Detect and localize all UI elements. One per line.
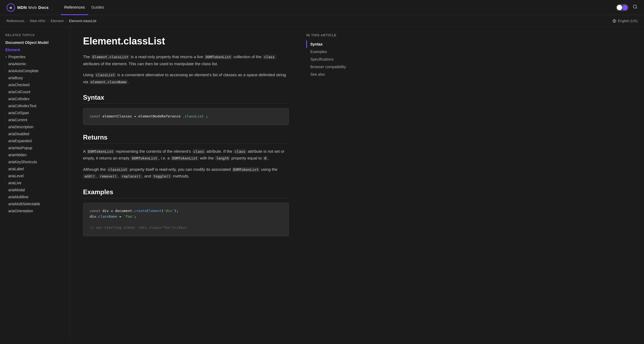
sidebar-item-19[interactable]: · ariaMultiline [0, 193, 70, 200]
breadcrumb-element[interactable]: Element [51, 19, 64, 23]
toc-item-syntax[interactable]: Syntax [306, 40, 357, 48]
returns-text-7: property equal to [230, 156, 263, 160]
collapse-icon: ▾ [5, 55, 7, 58]
page-title: Element.classList [83, 36, 289, 47]
returns-code-domtokenlist2: DOMTokenList [130, 156, 159, 161]
returns-code-length: length [215, 156, 230, 161]
sidebar: Related Topics Document Object Model Ele… [0, 27, 70, 341]
returns-paragraph-1: A DOMTokenList representing the contents… [83, 148, 289, 162]
sidebar-section-title: Related Topics [0, 31, 70, 39]
sidebar-item-7[interactable]: · ariaColSpan [0, 109, 70, 116]
search-icon [633, 4, 638, 9]
intro-code-class: class [263, 55, 276, 59]
returns-paragraph-2: Although the classList property itself i… [83, 166, 289, 180]
returns-heading: Returns [83, 134, 289, 144]
returns-code-class: class [192, 149, 205, 154]
header-left: M MDN Web Docs _ References Guides [6, 0, 107, 15]
sidebar-item-12[interactable]: · ariaHasPopup [0, 144, 70, 151]
syntax-code-block: const elementClasses = elementNodeRefere… [83, 108, 289, 125]
returns-text-3: attribute. If the [205, 149, 233, 154]
sidebar-properties-header[interactable]: ▾ Properties [0, 53, 70, 60]
breadcrumb-current: Element.classList [69, 19, 96, 23]
breadcrumb-web-apis[interactable]: Web APIs [30, 19, 45, 23]
intro-paragraph: The Element.classList is a read-only pro… [83, 53, 289, 67]
examples-code-block: const div = document.createElement('div'… [83, 203, 289, 236]
sidebar-item-1[interactable]: · ariaAutoComplete [0, 67, 70, 74]
sidebar-item-14[interactable]: · ariaKeyShortcuts [0, 158, 70, 165]
using-text-3: . [128, 79, 129, 84]
toc-panel: In this article Syntax Examples Specific… [302, 27, 361, 341]
returns-code-domtokenlist3: DOMTokenList [171, 156, 199, 161]
sidebar-item-13[interactable]: · ariaHidden [0, 151, 70, 158]
sidebar-item-9[interactable]: · ariaDescription [0, 123, 70, 130]
breadcrumb-references[interactable]: References [6, 19, 24, 23]
site-header: M MDN Web Docs _ References Guides [0, 0, 644, 15]
returns-text-2: representing the contents of the element… [115, 149, 192, 154]
returns-code-domtokenlist: DOMTokenList [87, 149, 115, 154]
although-text-1: Although the [83, 167, 107, 172]
sidebar-item-20[interactable]: · ariaMultiSelectable [0, 200, 70, 207]
examples-heading: Examples [83, 188, 289, 198]
returns-text-5: , i.e. a [159, 156, 171, 160]
toc-item-examples[interactable]: Examples [306, 48, 357, 55]
header-right [616, 4, 638, 11]
intro-code-classlist: Element.classList [91, 55, 130, 59]
theme-toggle-button[interactable] [616, 4, 628, 11]
using-paragraph: Using classList is a convenient alternat… [83, 71, 289, 85]
theme-dark-option [617, 5, 622, 10]
language-button[interactable]: English (US) [612, 19, 638, 23]
globe-icon [612, 19, 616, 23]
main-content: Element.classList The Element.classList … [70, 27, 302, 341]
sidebar-item-16[interactable]: · ariaLevel [0, 172, 70, 179]
intro-text-1: The [83, 54, 91, 59]
logo[interactable]: M MDN Web Docs _ [6, 3, 52, 12]
using-code-classlist: classList [95, 73, 116, 77]
sidebar-item-6[interactable]: · ariaColIndexText [0, 102, 70, 109]
sidebar-item-5[interactable]: · ariaColIndex [0, 95, 70, 102]
main-nav: References Guides [61, 0, 107, 15]
returns-text-8: . [268, 156, 269, 160]
returns-code-zero: 0 [263, 156, 268, 161]
sidebar-item-11[interactable]: · ariaExpanded [0, 137, 70, 144]
sidebar-item-2[interactable]: · ariaBusy [0, 74, 70, 81]
sidebar-item-element[interactable]: Element [0, 46, 70, 53]
sidebar-item-3[interactable]: · ariaChecked [0, 81, 70, 88]
properties-label: Properties [8, 55, 26, 59]
sidebar-item-15[interactable]: · ariaLabel [0, 165, 70, 172]
sidebar-item-0[interactable]: · ariaAtomic [0, 60, 70, 67]
search-button[interactable] [633, 4, 638, 11]
toc-item-browser-compat[interactable]: Browser compatibility [306, 63, 357, 71]
intro-text-2: is a read-only property that returns a l… [130, 54, 204, 59]
although-text-7: methods. [172, 174, 190, 178]
although-code-domtokenlist: DOMTokenList [232, 167, 260, 172]
although-code-replace: replace() [120, 174, 142, 179]
sidebar-item-17[interactable]: · ariaLive [0, 179, 70, 186]
intro-text-4: attributes of the element. This can then… [83, 61, 218, 66]
toc-item-see-also[interactable]: See also [306, 71, 357, 78]
sidebar-item-21[interactable]: · ariaOrientation [0, 207, 70, 214]
svg-point-2 [633, 5, 636, 8]
sidebar-item-4[interactable]: · ariaColCount [0, 88, 70, 95]
although-text-3: using the [260, 167, 277, 172]
although-code-add: add() [83, 174, 96, 179]
using-text-1: Using [83, 72, 95, 77]
nav-references[interactable]: References [61, 0, 88, 15]
using-code-classname: element.className [89, 80, 128, 84]
toc-title: In this article [306, 33, 357, 37]
nav-guides[interactable]: Guides [88, 0, 108, 15]
although-code-remove: remove() [98, 174, 118, 179]
sidebar-item-10[interactable]: · ariaDisabled [0, 130, 70, 137]
breadcrumb: References › Web APIs › Element › Elemen… [0, 15, 644, 27]
logo-icon: M [6, 3, 15, 12]
svg-line-3 [636, 8, 637, 8]
svg-text:M: M [10, 6, 12, 9]
syntax-heading: Syntax [83, 94, 289, 104]
breadcrumb-sep-2: › [47, 19, 49, 23]
although-text-2: property itself is read-only, you can mo… [129, 167, 232, 172]
toc-item-specifications[interactable]: Specifications [306, 55, 357, 63]
breadcrumb-sep-1: › [26, 19, 27, 23]
returns-text-1: A [83, 149, 87, 154]
sidebar-topic-title[interactable]: Document Object Model [0, 39, 70, 46]
sidebar-item-18[interactable]: · ariaModal [0, 186, 70, 193]
sidebar-item-8[interactable]: · ariaCurrent [0, 116, 70, 123]
